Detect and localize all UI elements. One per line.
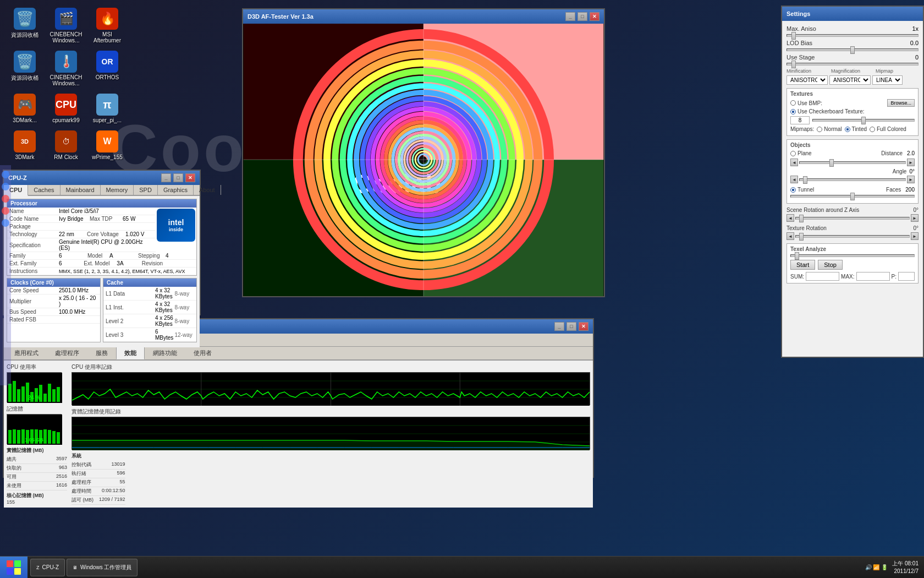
- taskbar-cpuz[interactable]: Z CPU-Z: [30, 559, 65, 576]
- scene-rotation-slider[interactable]: [795, 217, 910, 220]
- svg-rect-55: [43, 429, 47, 444]
- mipmap-select[interactable]: LINEAR: [872, 75, 903, 85]
- texel-track[interactable]: [790, 254, 915, 257]
- texture-rotation-left-arrow[interactable]: ◄: [787, 232, 794, 240]
- recycle-bin2-icon[interactable]: 🗑️ 資源回收桶: [6, 48, 44, 89]
- d3d-window-controls[interactable]: _ □ ✕: [565, 12, 600, 21]
- tab-performance[interactable]: 效能: [116, 347, 145, 359]
- core-temp-icon[interactable]: 🌡️ CINEBENCH Windows...: [47, 48, 85, 89]
- checkerboard-input[interactable]: [790, 116, 810, 124]
- use-checkerboard-radio[interactable]: [790, 109, 796, 114]
- texture-rotation-slider[interactable]: [795, 235, 910, 238]
- cache-title: Cache: [103, 279, 196, 287]
- svg-rect-35: [13, 381, 16, 402]
- browse-button[interactable]: Browse...: [887, 99, 915, 107]
- tab-users[interactable]: 使用者: [185, 347, 220, 359]
- tab-mainboard[interactable]: Mainboard: [61, 185, 101, 195]
- tunnel-radio[interactable]: [790, 187, 796, 193]
- mem-small-chart: 1.05 GB: [7, 414, 62, 444]
- svg-rect-43: [48, 384, 51, 402]
- taskmgr-maximize-button[interactable]: □: [566, 322, 576, 331]
- use-stage-slider[interactable]: [787, 63, 919, 66]
- tab-graphics[interactable]: Graphics: [158, 185, 194, 195]
- recycle-bin-icon[interactable]: 🗑️ 資源回收桶: [6, 6, 44, 46]
- svg-rect-72: [14, 560, 21, 567]
- svg-rect-36: [17, 389, 20, 402]
- svg-rect-49: [17, 430, 20, 444]
- bus-speed-row: Bus Speed 100.0 MHz: [7, 308, 100, 316]
- full-colored-radio[interactable]: [870, 127, 875, 132]
- normal-radio-option: Normal: [817, 126, 842, 132]
- tunnel-slider[interactable]: [790, 195, 915, 198]
- distance-right-arrow[interactable]: ►: [907, 159, 915, 166]
- normal-radio[interactable]: [817, 127, 822, 132]
- processor-section-title: Processor: [7, 199, 196, 208]
- distance-slider[interactable]: [799, 161, 906, 164]
- magnification-select[interactable]: ANISOTROPIC: [829, 75, 871, 85]
- angle-right-arrow[interactable]: ►: [907, 176, 915, 183]
- level2-row: Level 2 4 x 256 KBytes 8-way: [103, 314, 196, 328]
- angle-left-arrow[interactable]: ◄: [790, 176, 798, 183]
- p-input[interactable]: [898, 272, 915, 281]
- texture-rotation-right-arrow[interactable]: ►: [911, 232, 919, 240]
- sum-input[interactable]: [806, 272, 839, 281]
- taskbar-clock: 上午 08:01 2011/12/7: [892, 560, 919, 575]
- d3d-minimize-button[interactable]: _: [565, 12, 575, 21]
- scene-rotation-right-arrow[interactable]: ►: [911, 214, 919, 222]
- cpuz-minimize-button[interactable]: _: [161, 173, 171, 182]
- tab-services[interactable]: 服務: [87, 347, 116, 359]
- lod-bias-slider[interactable]: [787, 48, 919, 51]
- l1-inst-row: L1 Inst. 4 x 32 KBytes 8-way: [103, 301, 196, 314]
- max-input[interactable]: [856, 272, 890, 281]
- wprime-icon[interactable]: W wPrime_155: [88, 128, 127, 162]
- scene-rotation-slider-row: ◄ ►: [787, 214, 919, 222]
- tab-caches[interactable]: Caches: [28, 185, 60, 195]
- rmclock-icon[interactable]: ⏱ RM Clock: [47, 128, 85, 162]
- max-aniso-row: Max. Aniso 1x: [787, 25, 919, 32]
- kernel-memory-val: 155: [7, 499, 67, 505]
- orthos-icon[interactable]: OR ORTHOS: [88, 48, 127, 89]
- objects-section: Objects Plane Distance 2.0 ◄ ►: [787, 139, 919, 204]
- texel-buttons-row: Start Stop: [790, 260, 915, 270]
- threads-row: 執行緒 596: [72, 470, 125, 478]
- tab-memory[interactable]: Memory: [101, 185, 134, 195]
- msi-afterburner-icon[interactable]: 🔥 MSI Afterburner: [88, 6, 127, 46]
- tab-network[interactable]: 網路功能: [145, 347, 185, 359]
- svg-rect-71: [7, 560, 13, 567]
- tab-spd[interactable]: SPD: [134, 185, 158, 195]
- angle-slider[interactable]: [799, 178, 906, 181]
- tab-processes[interactable]: 處理程序: [47, 347, 87, 359]
- 3dmark2-icon[interactable]: 3D 3DMark: [6, 128, 44, 162]
- plane-option: Plane Distance 2.0: [790, 150, 915, 156]
- plane-radio[interactable]: [790, 151, 796, 156]
- tinted-radio[interactable]: [845, 127, 850, 132]
- stop-button[interactable]: Stop: [818, 260, 843, 270]
- control-code-row: 控制代碼 13019: [72, 461, 125, 470]
- lod-bias-value: 0.0: [902, 40, 919, 46]
- cinebench-icon[interactable]: 🎬 CINEBENCH Windows...: [47, 6, 85, 46]
- svg-rect-50: [21, 429, 25, 444]
- cpumark-icon[interactable]: CPU cpumark99: [47, 91, 85, 126]
- taskmgr-close-button[interactable]: ✕: [579, 322, 588, 331]
- start-button[interactable]: Start: [790, 260, 815, 270]
- cpuz-maximize-button[interactable]: □: [173, 173, 183, 182]
- cpu-percent-display: 24 %: [28, 395, 41, 401]
- scene-rotation-left-arrow[interactable]: ◄: [787, 214, 794, 222]
- cpuz-close-button[interactable]: ✕: [185, 173, 195, 182]
- max-aniso-slider[interactable]: [787, 34, 919, 37]
- taskmgr-minimize-button[interactable]: _: [554, 322, 564, 331]
- super-pi-icon[interactable]: π super_pi_...: [88, 91, 127, 126]
- intel-logo: intel inside: [157, 209, 195, 242]
- use-bmp-radio[interactable]: [790, 100, 796, 106]
- d3d-close-button[interactable]: ✕: [590, 12, 600, 21]
- minification-select[interactable]: ANISOTROPIC: [787, 75, 828, 85]
- start-button[interactable]: [0, 557, 28, 579]
- d3d-maximize-button[interactable]: □: [578, 12, 587, 21]
- distance-left-arrow[interactable]: ◄: [790, 159, 798, 166]
- checkerboard-slider[interactable]: [812, 119, 915, 122]
- clocks-title: Clocks (Core #0): [7, 279, 100, 287]
- taskbar-taskmgr[interactable]: 🖥 Windows 工作管理員: [67, 559, 138, 576]
- tab-about[interactable]: About: [194, 185, 221, 195]
- 3dmark-icon[interactable]: 🎮 3DMark...: [6, 91, 44, 126]
- tab-applications[interactable]: 應用程式: [6, 347, 47, 359]
